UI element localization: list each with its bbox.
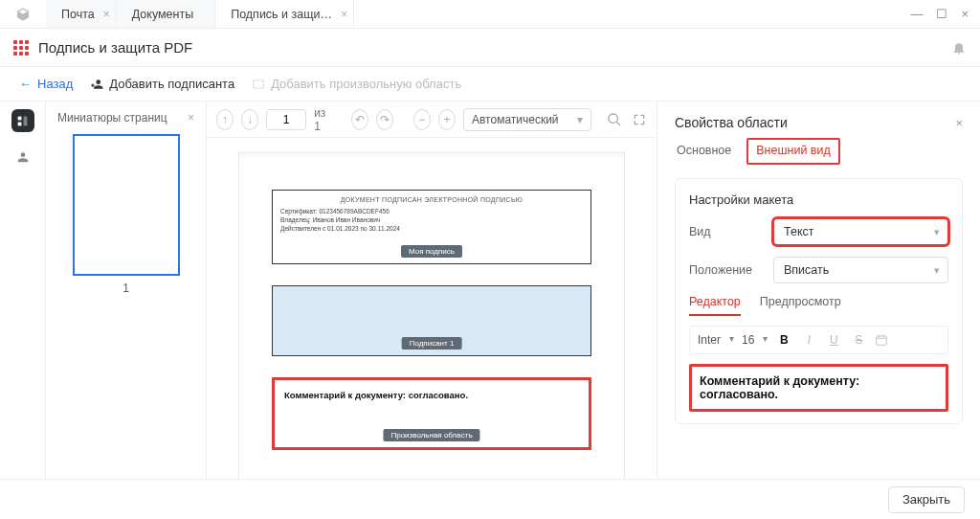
tab-sign-protect[interactable]: Подпись и защи…×: [215, 0, 354, 28]
tab-mail[interactable]: Почта×: [46, 0, 117, 28]
app-logo: [0, 7, 46, 22]
properties-panel: Свойства области × Основное Внешний вид …: [657, 102, 980, 479]
svg-rect-3: [24, 116, 28, 125]
text-editor-input[interactable]: Комментарий к документу: согласовано.: [689, 364, 948, 412]
italic-icon[interactable]: I: [800, 333, 817, 347]
insert-date-icon[interactable]: [875, 333, 892, 347]
next-page-button[interactable]: ↓: [241, 109, 258, 130]
layout-settings-card: Настройки макета Вид Текст Положение Впи…: [675, 178, 963, 424]
add-signer-button[interactable]: Добавить подписанта: [90, 77, 234, 91]
properties-body: Настройки макета Вид Текст Положение Впи…: [657, 165, 980, 479]
tab-label: Подпись и защи…: [231, 8, 332, 21]
maximize-icon[interactable]: ☐: [936, 7, 947, 21]
kind-value: Текст: [784, 225, 813, 238]
close-button[interactable]: Закрыть: [888, 486, 965, 513]
document-area: ↑ ↓ из 1 ↶ ↷ − + Автоматический ДОКУМЕНТ…: [207, 102, 657, 479]
logo-icon: [15, 7, 31, 22]
thumbnail-page-number: 1: [56, 282, 196, 295]
main: Миниатюры страниц × 1 ↑ ↓ из 1 ↶ ↷ − + А…: [0, 102, 980, 479]
svg-rect-2: [18, 122, 22, 125]
kind-select[interactable]: Текст: [773, 218, 948, 245]
page-of-label: из 1: [314, 106, 331, 133]
svg-rect-4: [877, 336, 887, 345]
close-panel-icon[interactable]: ×: [188, 111, 194, 124]
valid-line: Действителен с 01.01.2023 по 30.11.2024: [280, 224, 583, 233]
form-row-position: Положение Вписать: [689, 257, 948, 283]
notifications-icon[interactable]: [951, 40, 967, 56]
apps-grid-icon[interactable]: [13, 40, 29, 56]
signer-field[interactable]: Подписант 1: [272, 285, 591, 356]
fullscreen-icon[interactable]: [632, 112, 647, 127]
subtab-editor[interactable]: Редактор: [689, 295, 741, 316]
back-button[interactable]: ← Назад: [19, 77, 73, 91]
custom-area-text: Комментарий к документу: согласовано.: [284, 390, 579, 400]
page-number-input[interactable]: [266, 109, 306, 130]
zoom-out-button[interactable]: −: [413, 109, 431, 130]
kind-label: Вид: [689, 225, 773, 238]
page-thumbnail[interactable]: [73, 134, 180, 276]
footer: Закрыть: [0, 479, 980, 519]
field-chip: Произвольная область: [383, 429, 479, 441]
signers-icon[interactable]: [11, 146, 34, 169]
add-signer-label: Добавить подписанта: [109, 77, 234, 91]
owner-line: Владелец: Иванов Иван Иванович: [280, 215, 583, 224]
arrow-left-icon: ←: [19, 77, 32, 91]
window-controls: — ☐ ×: [910, 7, 980, 21]
subtab-preview[interactable]: Предпросмотр: [760, 295, 841, 316]
field-chip: Моя подпись: [401, 245, 462, 258]
tab-documents[interactable]: Документы: [117, 0, 215, 28]
zoom-in-button[interactable]: +: [438, 109, 456, 130]
position-label: Положение: [689, 263, 773, 277]
close-window-icon[interactable]: ×: [961, 7, 969, 21]
custom-area-field[interactable]: Комментарий к документу: согласовано. Пр…: [272, 377, 591, 450]
signature-meta: Сертификат: 0123456789ABCDEF456 Владелец…: [273, 203, 590, 242]
signature-doc-title: ДОКУМЕНТ ПОДПИСАН ЭЛЕКТРОННОЙ ПОДПИСЬЮ: [273, 191, 590, 203]
tab-label: Документы: [132, 8, 193, 21]
strikethrough-icon[interactable]: S: [850, 333, 867, 347]
back-label: Назад: [37, 77, 73, 91]
tab-main[interactable]: Основное: [675, 138, 733, 165]
position-select[interactable]: Вписать: [773, 257, 948, 283]
zoom-value: Автоматический: [472, 113, 559, 126]
properties-tabs: Основное Внешний вид: [657, 138, 980, 165]
rotate-left-button[interactable]: ↶: [351, 109, 368, 130]
person-add-icon: [90, 78, 103, 91]
document-toolbar: ↑ ↓ из 1 ↶ ↷ − + Автоматический: [207, 102, 657, 138]
properties-title: Свойства области: [675, 115, 788, 130]
rotate-right-button[interactable]: ↷: [376, 109, 393, 130]
editor-subtabs: Редактор Предпросмотр: [689, 295, 948, 316]
action-bar: ← Назад Добавить подписанта Добавить про…: [0, 67, 980, 102]
left-rail: [0, 102, 46, 479]
tab-appearance[interactable]: Внешний вид: [746, 138, 839, 165]
thumbnails-icon[interactable]: [11, 109, 34, 132]
tab-label: Почта: [61, 8, 95, 21]
editor-text: Комментарий к документу: согласовано.: [700, 374, 859, 401]
position-value: Вписать: [784, 263, 829, 277]
field-chip: Подписант 1: [402, 337, 462, 350]
layout-title: Настройки макета: [689, 192, 948, 207]
search-icon[interactable]: [607, 112, 622, 127]
close-icon[interactable]: ×: [341, 8, 347, 21]
bold-icon[interactable]: B: [775, 333, 792, 347]
add-area-button: Добавить произвольную область: [252, 77, 461, 91]
font-family-select[interactable]: Inter: [698, 333, 734, 347]
page-title: Подпись и защита PDF: [38, 39, 192, 56]
font-size-select[interactable]: 16: [742, 333, 768, 347]
document-page: ДОКУМЕНТ ПОДПИСАН ЭЛЕКТРОННОЙ ПОДПИСЬЮ С…: [238, 151, 625, 479]
my-signature-field[interactable]: ДОКУМЕНТ ПОДПИСАН ЭЛЕКТРОННОЙ ПОДПИСЬЮ С…: [272, 190, 591, 264]
cert-line: Сертификат: 0123456789ABCDEF456: [280, 207, 583, 215]
prev-page-button[interactable]: ↑: [216, 109, 234, 130]
app-tabs: Почта× Документы Подпись и защи…×: [46, 0, 354, 28]
minimize-icon[interactable]: —: [910, 7, 923, 21]
document-canvas[interactable]: ДОКУМЕНТ ПОДПИСАН ЭЛЕКТРОННОЙ ПОДПИСЬЮ С…: [207, 138, 657, 479]
underline-icon[interactable]: U: [825, 333, 842, 347]
close-icon[interactable]: ×: [103, 8, 110, 21]
close-panel-icon[interactable]: ×: [955, 116, 963, 130]
page-header: Подпись и защита PDF: [0, 29, 980, 67]
titlebar: Почта× Документы Подпись и защи…× — ☐ ×: [0, 0, 980, 29]
svg-rect-0: [254, 79, 264, 87]
svg-rect-1: [18, 116, 22, 120]
zoom-select[interactable]: Автоматический: [463, 108, 591, 131]
dashed-rect-icon: [252, 78, 265, 91]
form-row-kind: Вид Текст: [689, 218, 948, 245]
